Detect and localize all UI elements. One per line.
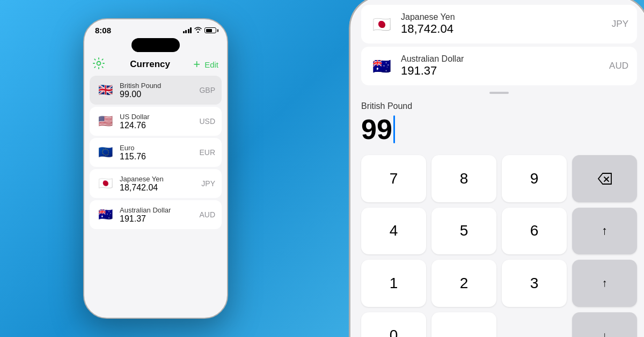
currency-name-usd: US Dollar — [120, 113, 199, 121]
key-1[interactable]: 1 — [361, 260, 426, 307]
right-currency-item-jpy[interactable]: 🇯🇵 Japanese Yen 18,742.04 JPY — [361, 5, 637, 43]
input-value[interactable]: 99 — [361, 113, 637, 145]
input-label: British Pound — [361, 101, 637, 111]
scroll-indicator — [350, 89, 644, 96]
currency-item-eur[interactable]: 🇪🇺 Euro 115.76 EUR — [90, 138, 222, 167]
currency-name-eur: Euro — [120, 144, 199, 152]
currency-item-usd[interactable]: 🇺🇸 US Dollar 124.76 USD — [90, 107, 222, 136]
right-flag-jpy: 🇯🇵 — [370, 12, 393, 36]
key-scroll-up[interactable]: ↑ — [572, 208, 637, 255]
dynamic-island-left — [131, 38, 180, 52]
nav-actions-left: + Edit — [193, 57, 218, 71]
currency-value-usd: 124.76 — [120, 121, 199, 130]
key-8[interactable]: 8 — [431, 155, 496, 202]
currency-item-aud[interactable]: 🇦🇺 Australian Dollar 191.37 AUD — [90, 200, 222, 229]
flag-aud: 🇦🇺 — [96, 206, 114, 224]
right-currency-name-aud: Australian Dollar — [401, 54, 609, 64]
currency-list-left: 🇬🇧 British Pound 99.00 GBP 🇺🇸 US Dollar … — [84, 76, 227, 318]
currency-item-gbp[interactable]: 🇬🇧 British Pound 99.00 GBP — [90, 76, 222, 105]
phone-left: 8:08 — [83, 18, 228, 319]
time-left: 8:08 — [95, 26, 111, 35]
text-cursor — [393, 115, 395, 143]
currency-code-aud: AUD — [199, 210, 215, 219]
flag-jpy: 🇯🇵 — [96, 174, 114, 193]
right-currency-value-jpy: 18,742.04 — [401, 22, 612, 36]
right-currency-value-aud: 191.37 — [401, 64, 609, 78]
key-3[interactable]: 3 — [502, 260, 567, 307]
currency-item-jpy[interactable]: 🇯🇵 Japanese Yen 18,742.04 JPY — [90, 169, 222, 198]
input-section: British Pound 99 — [350, 96, 644, 150]
key-2[interactable]: 2 — [431, 260, 496, 307]
currency-value-aud: 191.37 — [120, 214, 199, 224]
key-4[interactable]: 4 — [361, 208, 426, 255]
currency-name-jpy: Japanese Yen — [120, 175, 201, 183]
right-currency-name-jpy: Japanese Yen — [401, 12, 612, 22]
add-currency-button[interactable]: + — [193, 57, 200, 71]
flag-usd: 🇺🇸 — [96, 112, 114, 130]
settings-icon[interactable] — [93, 57, 107, 71]
right-currency-item-aud[interactable]: 🇦🇺 Australian Dollar 191.37 AUD — [361, 47, 637, 85]
key-down[interactable]: ↓ — [572, 312, 637, 338]
keypad: 7 8 9 4 5 6 ↑ 1 2 3 ↑ 0 . ↓ — [350, 150, 644, 337]
wifi-icon — [194, 27, 202, 34]
svg-point-0 — [97, 62, 101, 65]
key-6[interactable]: 6 — [502, 208, 567, 255]
phone-right: 🇯🇵 Japanese Yen 18,742.04 JPY 🇦🇺 Austral… — [349, 0, 644, 337]
currency-code-eur: EUR — [199, 148, 215, 157]
signal-icon — [183, 27, 192, 33]
currency-code-gbp: GBP — [199, 86, 215, 94]
edit-button[interactable]: Edit — [204, 60, 218, 69]
nav-title-left: Currency — [130, 59, 170, 70]
right-currency-list-top: 🇯🇵 Japanese Yen 18,742.04 JPY 🇦🇺 Austral… — [350, 0, 644, 89]
key-0[interactable]: 0 — [361, 312, 426, 338]
key-7[interactable]: 7 — [361, 155, 426, 202]
status-icons-left — [183, 27, 217, 34]
currency-value-eur: 115.76 — [120, 152, 199, 162]
right-currency-code-aud: AUD — [609, 61, 628, 71]
nav-bar-left: Currency + Edit — [84, 55, 227, 76]
key-dot[interactable]: . — [431, 312, 496, 338]
key-9[interactable]: 9 — [502, 155, 567, 202]
flag-eur: 🇪🇺 — [96, 143, 114, 162]
currency-value-jpy: 18,742.04 — [120, 183, 201, 193]
key-backspace[interactable] — [572, 155, 637, 202]
key-5[interactable]: 5 — [431, 208, 496, 255]
right-flag-aud: 🇦🇺 — [370, 54, 393, 78]
currency-value-gbp: 99.00 — [120, 90, 199, 99]
status-bar-left: 8:08 — [84, 19, 227, 37]
flag-gbp: 🇬🇧 — [96, 81, 114, 99]
currency-code-jpy: JPY — [201, 179, 215, 188]
right-currency-code-jpy: JPY — [612, 19, 628, 30]
battery-icon — [204, 27, 216, 33]
currency-code-usd: USD — [199, 117, 215, 126]
currency-name-aud: Australian Dollar — [120, 206, 199, 214]
key-up[interactable]: ↑ — [572, 260, 637, 307]
currency-name-gbp: British Pound — [120, 82, 199, 90]
